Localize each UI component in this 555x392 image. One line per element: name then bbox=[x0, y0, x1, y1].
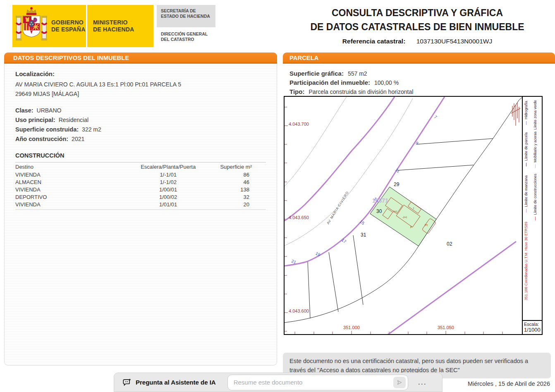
disclaimer-line1: Este documento no es una certificación c… bbox=[289, 358, 528, 364]
utm-y-label: 4.043.700 bbox=[289, 122, 309, 127]
legend-zona-verde: Límite zona verde bbox=[533, 100, 537, 130]
gobierno-logo-box: GOBIERNO DE ESPAÑA bbox=[12, 5, 86, 47]
table-row: ALMACEN 1/-1/02 46 bbox=[15, 178, 266, 186]
cell-superficie: 86 bbox=[211, 171, 266, 178]
superficie-grafica-label: Superficie gráfica: bbox=[289, 70, 344, 77]
utm-y-label: 4.043.650 bbox=[289, 215, 309, 220]
street-name-label: AV MARIA CIVIERO bbox=[326, 190, 350, 225]
tipo-value: Parcela construida sin división horizont… bbox=[309, 88, 413, 95]
cell-superficie: 32 bbox=[211, 193, 266, 201]
spain-coat-of-arms-icon bbox=[16, 6, 47, 46]
uso-principal-label: Uso principal: bbox=[15, 117, 55, 123]
utm-x-label: 351.050 bbox=[438, 325, 454, 330]
participacion-value: 100,00 % bbox=[374, 79, 399, 86]
participacion-label: Participación del inmueble: bbox=[289, 79, 370, 86]
construccion-title: CONSTRUCCIÓN bbox=[15, 152, 266, 159]
superficie-construida-label: Superficie construida: bbox=[15, 126, 79, 133]
superficie-construida-value: 322 m2 bbox=[82, 126, 101, 133]
table-header-row: Destino Escalera/Planta/Puerta Superfici… bbox=[15, 163, 266, 171]
parcel-number: 31 bbox=[361, 232, 366, 238]
cell-epp: 1/00/02 bbox=[126, 193, 211, 201]
building-label: -I+I bbox=[392, 210, 397, 213]
address-line2: 29649 MIJAS [MÁLAGA] bbox=[15, 89, 266, 99]
more-options-button[interactable]: ... bbox=[418, 378, 427, 387]
building-label: P bbox=[410, 225, 412, 229]
ano-construccion-label: Año construcción: bbox=[15, 136, 68, 142]
house-number: 7 bbox=[433, 115, 438, 120]
uso-principal-value: Residencial bbox=[59, 117, 89, 123]
superficie-grafica-value: 557 m2 bbox=[348, 70, 367, 77]
ai-assistant-bar[interactable]: Pregunta al Asistente de IA ... bbox=[114, 373, 443, 392]
cell-epp: 1/00/01 bbox=[126, 186, 211, 193]
table-row: DEPORTIVO 1/00/02 32 bbox=[15, 193, 266, 201]
cell-superficie: 20 bbox=[211, 201, 266, 209]
document-date: Miércoles , 15 de Abril de 2026 bbox=[447, 380, 550, 387]
map-drawing: 4.043.700 4.043.650 4.043.600 351.000 35… bbox=[285, 97, 522, 334]
title-line1: CONSULTA DESCRIPTIVA Y GRÁFICA bbox=[283, 6, 552, 20]
cell-destino: VIVIENDA bbox=[15, 186, 126, 193]
utm-y-label: 4.043.600 bbox=[289, 308, 309, 313]
construccion-table: Destino Escalera/Planta/Puerta Superfici… bbox=[15, 162, 266, 210]
direccion-general-label: DIRECCIÓN GENERAL DEL CATASTRO bbox=[157, 27, 215, 42]
legend-limite-parcela: Límite de parcela bbox=[524, 132, 528, 161]
cell-superficie: 138 bbox=[211, 186, 266, 193]
col-escalera-planta-puerta: Escalera/Planta/Puerta bbox=[126, 163, 211, 171]
col-destino: Destino bbox=[15, 163, 126, 171]
chat-sparkle-icon bbox=[122, 378, 132, 387]
map-legend: — Hidrografía — Límite zona verde — Lími… bbox=[522, 97, 542, 334]
building-label: PI bbox=[425, 223, 428, 227]
building-label: -I+I bbox=[402, 215, 407, 219]
cell-destino: DEPORTIVO bbox=[15, 193, 126, 201]
cell-epp: 1/01/01 bbox=[126, 201, 211, 209]
ref-catastral-value: 1037130UF5413N0001WJ bbox=[416, 38, 493, 45]
ministerio-label-line2: DE HACIENDA bbox=[93, 26, 134, 33]
ai-assistant-label: Pregunta al Asistente de IA bbox=[136, 379, 216, 386]
parcel-number: 29 bbox=[394, 182, 400, 187]
escala-value: 1/1000 bbox=[524, 327, 542, 333]
parcel-number: 30 bbox=[376, 208, 382, 214]
table-row: VIVIENDA 1/-1/01 86 bbox=[15, 171, 266, 178]
ai-prompt-input[interactable] bbox=[234, 379, 393, 386]
block-number-label: 10371 bbox=[372, 197, 388, 204]
localizacion-label: Localización: bbox=[15, 70, 266, 77]
ministerio-label-line1: MINISTERIO bbox=[93, 19, 134, 26]
legend-mobiliario: Mobiliario y aceras bbox=[533, 131, 537, 163]
cell-epp: 1/-1/01 bbox=[126, 171, 211, 178]
ai-prompt-field[interactable] bbox=[227, 375, 408, 390]
tipo-label: Tipo: bbox=[289, 88, 304, 95]
cell-epp: 1/-1/02 bbox=[126, 178, 211, 186]
house-number: 15 bbox=[359, 219, 366, 226]
map-scale-box: Escala: 1/1000 bbox=[523, 320, 542, 334]
parcela-panel: PARCELA Superficie gráfica:557 m2 Partic… bbox=[283, 53, 555, 95]
house-number: 19 bbox=[315, 251, 321, 257]
legend-hidrografia: Hidrografía bbox=[524, 101, 528, 120]
col-superficie: Superficie m² bbox=[211, 163, 266, 171]
title-line2: DE DATOS CATASTRALES DE BIEN INMUEBLE bbox=[283, 20, 552, 34]
parcel-number: 02 bbox=[447, 241, 452, 247]
cell-destino: VIVIENDA bbox=[15, 171, 126, 178]
cell-destino: ALMACEN bbox=[15, 178, 126, 186]
datos-descriptivos-panel: DATOS DESCRIPTIVOS DEL INMUEBLE Localiza… bbox=[4, 53, 277, 367]
cell-destino: VIVIENDA bbox=[15, 201, 126, 209]
parcela-header: PARCELA bbox=[283, 53, 555, 64]
clase-value: URBANO bbox=[37, 107, 62, 114]
utm-x-label: 351.000 bbox=[343, 325, 360, 330]
document-title: CONSULTA DESCRIPTIVA Y GRÁFICA DE DATOS … bbox=[283, 6, 552, 45]
ministerio-logo-box: MINISTERIO DE HACIENDA bbox=[87, 5, 153, 47]
datos-descriptivos-header: DATOS DESCRIPTIVOS DEL INMUEBLE bbox=[4, 53, 277, 64]
send-icon bbox=[396, 379, 403, 386]
legend-limite-construcciones: Límite de construcciones bbox=[533, 174, 537, 215]
send-button[interactable] bbox=[393, 377, 406, 388]
clase-label: Clase: bbox=[15, 107, 33, 114]
ref-catastral-label: Referencia catastral: bbox=[342, 38, 406, 45]
legend-limite-manzana: Límite de manzana bbox=[524, 175, 528, 207]
ano-construccion-value: 2021 bbox=[72, 136, 84, 142]
building-label: I bbox=[413, 206, 414, 210]
cell-superficie: 46 bbox=[211, 178, 266, 186]
gobierno-label-line2: DE ESPAÑA bbox=[51, 26, 85, 33]
cadastral-map[interactable]: 4.043.700 4.043.650 4.043.600 351.000 35… bbox=[284, 96, 543, 335]
table-row: VIVIENDA 1/01/01 20 bbox=[15, 201, 266, 209]
address-line1: AV MARIA CIVIERO C. AGUILA 13 Es:1 Pl:00… bbox=[15, 80, 266, 89]
house-number: 17 bbox=[341, 238, 347, 244]
government-header: GOBIERNO DE ESPAÑA MINISTERIO DE HACIEND… bbox=[12, 5, 215, 47]
